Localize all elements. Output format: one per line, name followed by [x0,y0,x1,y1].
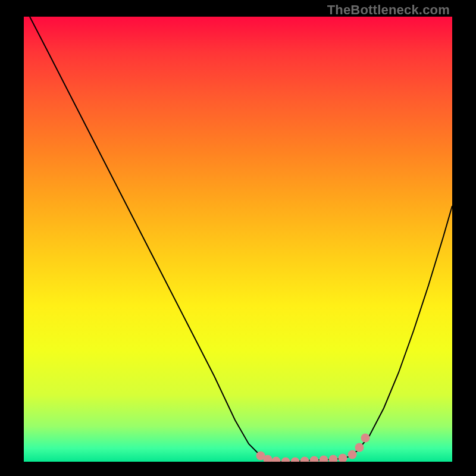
left-curve [30,17,273,461]
marker-dot [339,454,347,462]
marker-dot [291,458,300,462]
right-curve [348,206,452,457]
marker-dot [281,458,290,462]
watermark-label: TheBottleneck.com [327,2,450,18]
marker-dot [355,443,364,452]
chart-frame: TheBottleneck.com [0,0,476,476]
marker-dot [320,456,328,462]
plot-area [24,17,452,462]
curve-layer [24,17,452,462]
marker-dot [310,456,319,462]
marker-dot [361,434,370,443]
marker-dot [272,457,281,462]
bottom-markers [256,434,370,462]
marker-dot [300,457,309,462]
marker-dot [329,455,338,462]
marker-dot [348,450,357,459]
